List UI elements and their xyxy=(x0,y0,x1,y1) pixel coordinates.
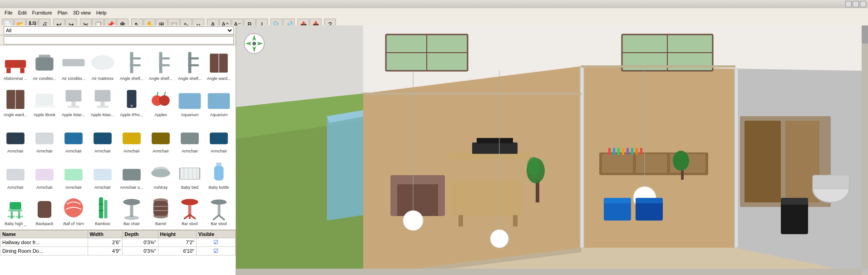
svg-rect-13 xyxy=(188,52,192,73)
furniture-item-2[interactable]: Air conditio... xyxy=(59,46,88,83)
minimize-button[interactable] xyxy=(845,1,852,7)
furniture-item-5[interactable]: Angle shelf... xyxy=(146,46,175,83)
menu-3d-view[interactable]: 3D view xyxy=(70,10,94,16)
svg-rect-99 xyxy=(10,202,21,209)
furniture-item-19[interactable]: Armchair xyxy=(88,119,117,155)
furniture-item-17[interactable]: Armchair xyxy=(30,119,59,155)
furniture-item-23[interactable]: Armchair xyxy=(204,119,233,155)
menu-file[interactable]: File xyxy=(2,10,15,16)
furniture-item-10[interactable]: Apple iMac... xyxy=(59,83,88,119)
furniture-label-21: Armchair xyxy=(148,149,174,154)
svg-line-123 xyxy=(190,215,196,219)
category-select[interactable]: All xyxy=(4,26,234,34)
svg-rect-104 xyxy=(16,216,23,217)
cell-visible-0[interactable]: ☑ xyxy=(196,238,235,247)
furniture-item-38[interactable]: Bar stool xyxy=(175,192,204,228)
menu-furniture[interactable]: Furniture xyxy=(30,10,55,16)
svg-rect-78 xyxy=(64,169,69,181)
furniture-item-25[interactable]: Armchair xyxy=(30,155,59,192)
left-panel: All Abdominal ...Air conditio...Air cond… xyxy=(0,25,236,275)
furniture-item-12[interactable]: Apple iPho... xyxy=(117,83,146,119)
furniture-item-24[interactable]: Armchair xyxy=(1,155,30,192)
furniture-item-33[interactable]: Backpack xyxy=(30,192,59,228)
furniture-item-9[interactable]: Apple iBook xyxy=(30,83,59,119)
svg-rect-42 xyxy=(35,133,39,144)
furniture-label-35: Bamboo xyxy=(89,221,116,226)
svg-rect-189 xyxy=(604,198,631,203)
col-name: Name xyxy=(0,231,88,238)
3d-view[interactable] xyxy=(236,25,868,275)
furniture-item-3[interactable]: Air mattress xyxy=(88,46,117,83)
furniture-item-13[interactable]: Apples xyxy=(146,83,175,119)
furniture-thumb-18 xyxy=(60,122,87,148)
furniture-thumb-32 xyxy=(2,195,29,221)
svg-rect-39 xyxy=(20,133,24,144)
svg-rect-12 xyxy=(159,64,170,67)
furniture-item-29[interactable]: Ashtray xyxy=(146,155,175,192)
furniture-item-18[interactable]: Armchair xyxy=(59,119,88,155)
svg-rect-62 xyxy=(181,133,185,144)
svg-line-127 xyxy=(213,215,219,220)
furniture-item-22[interactable]: Armchair xyxy=(175,119,204,155)
furniture-item-1[interactable]: Air conditio... xyxy=(30,46,59,83)
table-row-1[interactable]: Dining Room Do... 4'9" 0'3¾" 6'10" ☑ xyxy=(0,247,236,255)
furniture-item-35[interactable]: Bamboo xyxy=(88,192,117,228)
svg-rect-178 xyxy=(617,148,620,155)
furniture-item-34[interactable]: Ball of Yarn xyxy=(59,192,88,228)
maximize-button[interactable] xyxy=(853,1,859,7)
furniture-item-27[interactable]: Armchair xyxy=(88,155,117,192)
furniture-thumb-26 xyxy=(60,158,87,185)
furniture-item-6[interactable]: Angle shelf... xyxy=(175,46,204,83)
furniture-thumb-28 xyxy=(118,158,145,185)
furniture-thumb-22 xyxy=(177,122,203,148)
furniture-item-20[interactable]: Armchair xyxy=(117,119,146,155)
furniture-item-39[interactable]: Bar stool xyxy=(204,192,233,228)
furniture-item-28[interactable]: Armchair o... xyxy=(117,155,146,192)
furniture-label-23: Armchair xyxy=(206,149,232,154)
menu-plan[interactable]: Plan xyxy=(55,10,70,16)
furniture-item-15[interactable]: Aquarium xyxy=(204,83,233,119)
furniture-thumb-35 xyxy=(89,195,116,221)
svg-rect-157 xyxy=(390,175,397,216)
svg-rect-83 xyxy=(107,169,111,181)
cell-depth-0: 0'3¾" xyxy=(123,238,158,247)
svg-rect-26 xyxy=(100,102,104,106)
cell-visible-1[interactable]: ☑ xyxy=(196,247,235,255)
furniture-label-31: Baby bottle xyxy=(206,185,232,190)
svg-rect-97 xyxy=(216,162,222,166)
svg-rect-50 xyxy=(94,133,98,144)
furniture-item-37[interactable]: Barrel xyxy=(146,192,175,228)
svg-rect-182 xyxy=(636,148,638,155)
furniture-item-7[interactable]: Angle ward... xyxy=(204,46,233,83)
furniture-item-32[interactable]: Baby high _ xyxy=(1,192,30,228)
table-row-0[interactable]: Hallway door fr... 2'6" 0'3¾" 7'2" ☑ xyxy=(0,238,236,247)
furniture-item-31[interactable]: Baby bottle xyxy=(204,155,233,192)
svg-rect-102 xyxy=(18,211,20,219)
furniture-label-20: Armchair xyxy=(118,149,145,154)
svg-point-29 xyxy=(131,105,133,107)
compass[interactable] xyxy=(243,33,265,54)
furniture-item-26[interactable]: Armchair xyxy=(59,155,88,192)
furniture-item-0[interactable]: Abdominal ... xyxy=(1,46,30,83)
furniture-item-4[interactable]: Angle shelf... xyxy=(117,46,146,83)
close-button[interactable] xyxy=(860,1,866,7)
furniture-item-30[interactable]: Baby bed xyxy=(175,155,204,192)
furniture-item-36[interactable]: Bar chair xyxy=(117,192,146,228)
menu-help[interactable]: Help xyxy=(94,10,109,16)
svg-rect-5 xyxy=(63,59,85,66)
furniture-item-21[interactable]: Armchair xyxy=(146,119,175,155)
properties-table: Name Width Depth Height Visible Hallway … xyxy=(0,230,236,275)
menu-edit[interactable]: Edit xyxy=(15,10,30,16)
svg-rect-22 xyxy=(66,90,82,102)
furniture-item-11[interactable]: Apple iMac... xyxy=(88,83,117,119)
furniture-label-18: Armchair xyxy=(60,149,87,154)
col-height: Height xyxy=(158,231,196,238)
furniture-thumb-23 xyxy=(206,122,232,148)
furniture-item-16[interactable]: Armchair xyxy=(1,119,30,155)
search-input[interactable] xyxy=(4,36,234,44)
furniture-thumb-12 xyxy=(118,86,145,112)
category-row: All xyxy=(0,25,236,35)
furniture-item-14[interactable]: Aquarium xyxy=(175,83,204,119)
svg-point-170 xyxy=(490,230,508,248)
furniture-item-8[interactable]: Angle ward... xyxy=(1,83,30,119)
